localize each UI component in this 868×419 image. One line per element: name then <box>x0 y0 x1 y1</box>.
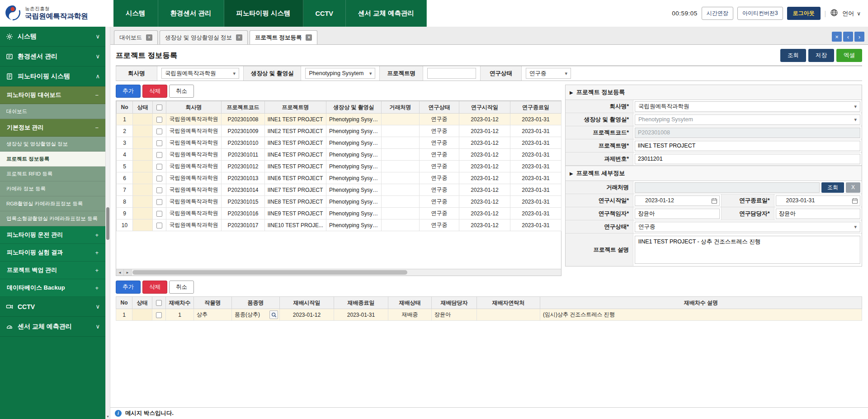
close-icon[interactable]: × <box>146 34 152 41</box>
nav-item-cctv[interactable]: CCTV <box>303 0 346 27</box>
sidebar-item-cctv[interactable]: CCTV ∨ <box>0 297 105 317</box>
cell-checkbox[interactable] <box>153 208 166 219</box>
client-search-button[interactable]: 조회 <box>821 182 844 193</box>
cell-checkbox[interactable] <box>153 137 166 149</box>
sidebar-group-basic-info[interactable]: 기본정보 관리 − <box>0 119 105 137</box>
end-date-input[interactable]: 2023-01-31 <box>776 195 861 206</box>
calendar-icon[interactable] <box>711 198 717 205</box>
sidebar-item-phenotyping[interactable]: 피노타이핑 시스템 ∧ <box>0 67 105 86</box>
cell-checkbox[interactable] <box>153 125 166 137</box>
close-icon[interactable]: × <box>236 34 242 41</box>
extend-time-button[interactable]: 시간연장 <box>702 7 733 20</box>
start-date-input[interactable]: 2023-01-12 <box>635 195 720 206</box>
search-button[interactable]: 조회 <box>780 49 806 62</box>
save-button[interactable]: 저장 <box>808 49 834 62</box>
nav-item-sensor-replace[interactable]: 센서 교체 예측관리 <box>346 0 427 27</box>
sidebar-item-project-rfid[interactable]: 프로젝트 RFID 등록 <box>0 167 105 181</box>
vertical-scrollbar-thumb[interactable] <box>106 207 109 240</box>
sidebar-item-dashboard[interactable]: 대쉬보드 <box>0 104 105 119</box>
project-table-row[interactable]: 9 국립원예특작과학원 P202301016 lINE9 TEST PROJEC… <box>117 208 561 219</box>
row-checkbox[interactable] <box>156 176 162 181</box>
delete-button[interactable]: 삭제 <box>142 281 167 294</box>
sidebar-item-env-sensor[interactable]: 환경센서 관리 ∨ <box>0 47 105 67</box>
calendar-icon[interactable] <box>852 198 858 205</box>
cell-checkbox[interactable] <box>153 114 166 125</box>
sidebar-item-chamber-info[interactable]: 생장상 및 영상촬영실 정보 <box>0 137 105 152</box>
col-select-all[interactable] <box>152 297 166 309</box>
cancel-button[interactable]: 취소 <box>169 281 194 294</box>
cultivation-table-row[interactable]: 1 1 상추 품종(상추) 2023-01-12 <box>116 309 862 321</box>
research-manager-input[interactable] <box>776 209 861 219</box>
close-all-tabs-button[interactable]: × <box>832 32 842 42</box>
nav-item-env-sensor[interactable]: 환경센서 관리 <box>158 0 224 27</box>
project-table-row[interactable]: 5 국립원예특작과학원 P202301012 lINE5 TEST PROJEC… <box>117 161 561 172</box>
row-checkbox[interactable] <box>156 223 162 229</box>
filter-project-input[interactable] <box>427 68 476 79</box>
client-clear-button[interactable]: X <box>846 182 860 193</box>
sidebar-group-project-backup[interactable]: 프로젝트 백업 관리 + <box>0 262 105 279</box>
add-button[interactable]: 추가 <box>116 281 141 294</box>
excel-button[interactable]: 엑셀 <box>836 49 862 62</box>
chamber-select[interactable]: Phenotyping Sysytem ▾ <box>635 114 860 125</box>
row-checkbox[interactable] <box>156 164 162 170</box>
logout-button[interactable]: 로그아웃 <box>787 7 821 20</box>
cancel-button[interactable]: 취소 <box>169 85 194 98</box>
select-all-checkbox[interactable] <box>156 300 162 306</box>
language-selector[interactable]: 언어 ∨ <box>842 10 861 18</box>
row-checkbox[interactable] <box>156 152 162 158</box>
company-select[interactable]: 국립원예특작과학원 ▾ <box>635 101 860 112</box>
project-table-row[interactable]: 4 국립원예특작과학원 P202301011 lINE4 TEST PROJEC… <box>117 149 561 161</box>
vertical-scrollbar[interactable]: ▾ <box>105 27 110 419</box>
delete-button[interactable]: 삭제 <box>142 85 167 98</box>
close-icon[interactable]: × <box>306 34 312 41</box>
sidebar-group-pheno-dashboard[interactable]: 피노타이핑 대쉬보드 − <box>0 86 105 104</box>
sidebar-item-sensor-replace[interactable]: 센서 교체 예측관리 ∨ <box>0 317 105 337</box>
project-desc-textarea[interactable]: lINE1 TEST PROJECT - 상추 건조스트레스 진행 <box>635 236 860 264</box>
sidebar-item-chlorophyll-coord[interactable]: 엽록소형광촬영실 카메라좌표정보 등록 <box>0 211 105 226</box>
sidebar-group-experiment-result[interactable]: 피노타이핑 실험 결과 + <box>0 244 105 262</box>
cell-checkbox[interactable] <box>153 196 166 208</box>
select-all-checkbox[interactable] <box>156 105 162 110</box>
row-checkbox[interactable] <box>156 187 162 193</box>
sidebar-item-project-register[interactable]: 프로젝트 정보등록 <box>0 152 105 167</box>
search-icon[interactable] <box>269 310 278 319</box>
cell-checkbox[interactable] <box>153 172 166 184</box>
research-leader-input[interactable] <box>635 209 720 219</box>
scrollbar-thumb[interactable] <box>132 270 407 275</box>
logo[interactable]: 농촌진흥청 국립원예특작과학원 <box>0 0 113 27</box>
sidebar-item-rgb-coord[interactable]: RGB촬영실 카메라좌표정보 등록 <box>0 196 105 211</box>
horizontal-scrollbar[interactable]: ◂ ▸ <box>116 269 561 276</box>
tab-dashboard[interactable]: 대쉬보드 × <box>114 30 158 44</box>
scrollbar-track[interactable] <box>132 269 561 276</box>
sidebar-group-operation[interactable]: 피노타이핑 운전 관리 + <box>0 226 105 244</box>
tab-chamber-info[interactable]: 생장상 및 영상촬영실 정보 × <box>160 30 248 44</box>
cell-checkbox[interactable] <box>153 161 166 172</box>
scroll-right-button[interactable]: ▸ <box>124 269 132 276</box>
cell-checkbox[interactable] <box>152 309 166 321</box>
scroll-down-arrow-icon[interactable]: ▾ <box>106 414 110 419</box>
row-checkbox[interactable] <box>156 211 162 217</box>
project-table-row[interactable]: 6 국립원예특작과학원 P202301013 lINE6 TEST PROJEC… <box>117 172 561 184</box>
sidebar-group-db-backup[interactable]: 데이타베이스 Backup + <box>0 279 105 297</box>
cell-checkbox[interactable] <box>153 219 166 231</box>
nav-item-system[interactable]: 시스템 <box>113 0 158 27</box>
sidebar-item-camera-info[interactable]: 카메라 정보 등록 <box>0 181 105 196</box>
project-table-row[interactable]: 8 국립원예특작과학원 P202301015 lINE8 TEST PROJEC… <box>117 196 561 208</box>
add-button[interactable]: 추가 <box>116 85 141 98</box>
sidebar-item-system[interactable]: 시스템 ∨ <box>0 27 105 47</box>
row-checkbox[interactable] <box>156 140 162 146</box>
project-table-row[interactable]: 10 국립원예특작과학원 P202301017 lINE10 TEST PROJ… <box>117 219 561 231</box>
project-name-input[interactable] <box>635 141 860 151</box>
project-table-row[interactable]: 2 국립원예특작과학원 P202301009 lINE2 TEST PROJEC… <box>117 125 561 137</box>
account-button[interactable]: 아이티컨버전3 <box>737 7 783 20</box>
filter-chamber-select[interactable]: Phenotyping Sysytem ▾ <box>305 68 375 79</box>
tab-project-register[interactable]: 프로젝트 정보등록 × <box>250 30 317 44</box>
tab-scroll-left-button[interactable]: ‹ <box>843 32 853 42</box>
nav-item-phenotyping[interactable]: 피노타이핑 시스템 <box>224 0 303 27</box>
task-number-input[interactable] <box>635 154 860 164</box>
tab-scroll-right-button[interactable]: › <box>854 32 864 42</box>
project-table-row[interactable]: 1 국립원예특작과학원 P202301008 lINE1 TEST PROJEC… <box>117 114 561 125</box>
project-table-row[interactable]: 3 국립원예특작과학원 P202301010 lINE3 TEST PROJEC… <box>117 137 561 149</box>
filter-company-select[interactable]: 국립원예특작과학원 ▾ <box>161 68 239 79</box>
row-checkbox[interactable] <box>156 129 162 134</box>
